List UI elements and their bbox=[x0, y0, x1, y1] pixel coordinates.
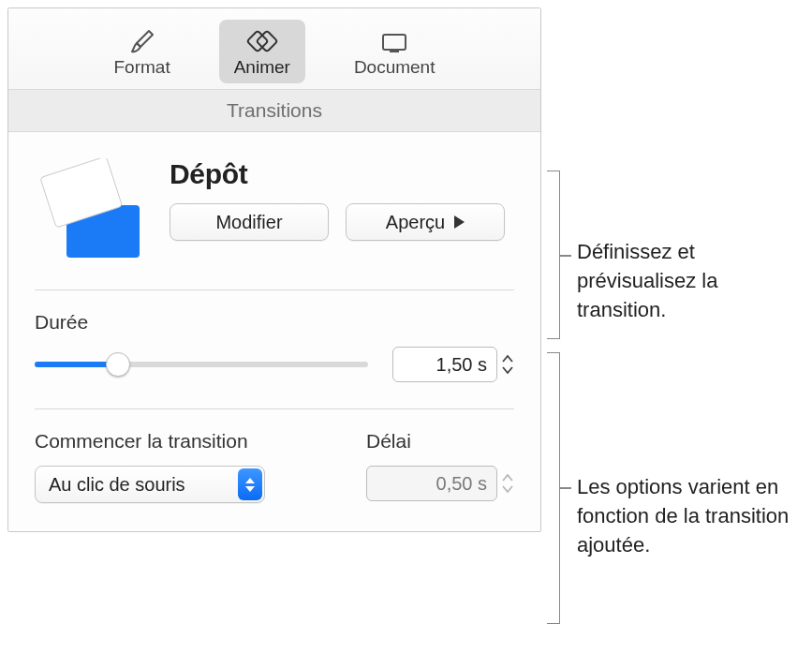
transition-info: Dépôt Modifier Aperçu bbox=[170, 158, 514, 241]
bracket-top bbox=[547, 171, 560, 339]
tab-document[interactable]: Document bbox=[339, 20, 450, 83]
transition-name: Dépôt bbox=[170, 158, 514, 190]
tab-format-label: Format bbox=[114, 57, 170, 78]
play-icon bbox=[454, 215, 465, 229]
delay-section: Délai 0,50 s bbox=[366, 430, 514, 503]
down-icon bbox=[501, 484, 514, 494]
duration-value: 1,50 s bbox=[436, 354, 487, 376]
delay-stepper-wrap: 0,50 s bbox=[366, 466, 514, 501]
duration-stepper[interactable] bbox=[501, 354, 514, 375]
delay-stepper bbox=[501, 473, 514, 494]
svg-rect-2 bbox=[383, 35, 406, 50]
bracket-bottom-leader bbox=[560, 487, 571, 489]
tab-animate[interactable]: Animer bbox=[219, 20, 305, 83]
animate-icon bbox=[246, 27, 278, 55]
delay-value: 0,50 s bbox=[436, 473, 487, 495]
down-icon bbox=[501, 365, 514, 375]
start-transition-label: Commencer la transition bbox=[35, 430, 338, 453]
up-icon bbox=[501, 473, 514, 482]
modify-button[interactable]: Modifier bbox=[170, 203, 329, 241]
up-icon bbox=[501, 354, 514, 364]
dropdown-caps-icon bbox=[238, 468, 262, 500]
modify-button-label: Modifier bbox=[215, 212, 282, 233]
tab-document-label: Document bbox=[354, 57, 436, 78]
duration-label: Durée bbox=[35, 311, 514, 334]
duration-controls: 1,50 s bbox=[35, 347, 514, 382]
start-delay-row: Commencer la transition Au clic de souri… bbox=[35, 409, 514, 503]
start-transition-value: Au clic de souris bbox=[49, 474, 185, 496]
bracket-top-leader bbox=[560, 255, 571, 257]
inspector-panel: Format Animer Document Transitions bbox=[7, 7, 541, 532]
document-icon bbox=[378, 27, 410, 55]
transition-header-row: Dépôt Modifier Aperçu bbox=[35, 158, 514, 263]
tab-format[interactable]: Format bbox=[99, 20, 185, 83]
delay-field[interactable]: 0,50 s bbox=[366, 466, 497, 501]
duration-section: Durée 1,50 s bbox=[35, 290, 514, 382]
inspector-content: Dépôt Modifier Aperçu Durée bbox=[8, 132, 540, 531]
section-header-transitions: Transitions bbox=[8, 90, 540, 132]
callout-bottom: Les options varient en fonction de la tr… bbox=[577, 473, 811, 559]
callout-top: Définissez et prévisualisez la transitio… bbox=[577, 238, 802, 324]
paintbrush-icon bbox=[126, 27, 158, 55]
bracket-bottom bbox=[547, 352, 560, 624]
duration-stepper-wrap: 1,50 s bbox=[392, 347, 514, 382]
start-transition-section: Commencer la transition Au clic de souri… bbox=[35, 430, 338, 503]
transition-button-row: Modifier Aperçu bbox=[170, 203, 514, 241]
transition-thumbnail bbox=[35, 158, 147, 263]
delay-label: Délai bbox=[366, 430, 514, 453]
tab-animate-label: Animer bbox=[234, 57, 290, 78]
top-tab-bar: Format Animer Document bbox=[8, 8, 540, 90]
duration-field[interactable]: 1,50 s bbox=[392, 347, 497, 382]
preview-button[interactable]: Aperçu bbox=[346, 203, 505, 241]
duration-slider[interactable] bbox=[35, 353, 368, 376]
preview-button-label: Aperçu bbox=[386, 212, 445, 233]
start-transition-dropdown[interactable]: Au clic de souris bbox=[35, 466, 265, 503]
slider-knob[interactable] bbox=[106, 352, 130, 377]
